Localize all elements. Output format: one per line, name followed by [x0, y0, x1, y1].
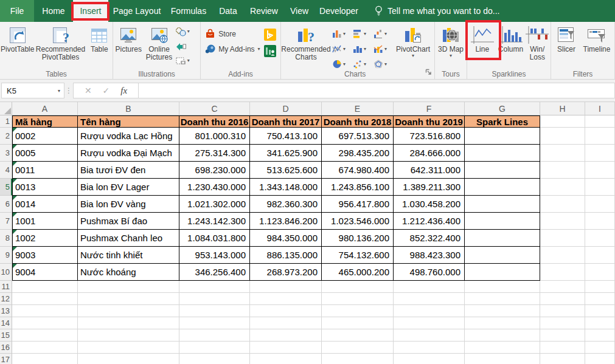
cell-H3[interactable] [540, 145, 585, 162]
cell-C14[interactable] [179, 317, 250, 329]
cell-A6[interactable]: 0014 [12, 196, 78, 213]
cell-A11[interactable] [12, 281, 78, 293]
cell-H14[interactable] [540, 317, 585, 329]
column-header-I[interactable]: I [585, 102, 615, 115]
timeline-button[interactable]: Timeline [581, 24, 613, 53]
cell-F10[interactable]: 498.760.000 [394, 264, 465, 281]
cell-C6[interactable]: 1.021.302.000 [179, 196, 250, 213]
cell-E12[interactable] [322, 293, 394, 305]
screenshot-button[interactable]: ▾ [176, 54, 199, 67]
cell-A2[interactable]: 0002 [12, 128, 78, 145]
cell-H4[interactable] [540, 162, 585, 179]
cell-E5[interactable]: 1.243.856.100 [322, 179, 394, 196]
cell-A7[interactable]: 1001 [12, 213, 78, 230]
cell-B5[interactable]: Bia lon ĐV Lager [78, 179, 179, 196]
shapes-button[interactable]: ▾ [176, 25, 199, 38]
insert-line-chart-button[interactable]: ▾ [330, 41, 351, 57]
cell-C3[interactable]: 275.314.300 [179, 145, 250, 162]
cell-G15[interactable] [465, 329, 540, 342]
cell-G12[interactable] [465, 293, 540, 305]
cell-E1[interactable]: Doanh thu 2018 [322, 115, 394, 128]
cell-H16[interactable] [540, 342, 585, 354]
cell-B17[interactable] [78, 354, 179, 364]
row-header-17[interactable]: 17 [0, 354, 12, 364]
cell-C16[interactable] [179, 342, 250, 354]
cell-A3[interactable]: 0005 [12, 145, 78, 162]
insert-bar-chart-button[interactable]: ▾ [351, 26, 372, 41]
cell-H2[interactable] [540, 128, 585, 145]
cell-A10[interactable]: 9004 [12, 264, 78, 281]
formula-bar-splitter[interactable]: ⋮ [64, 86, 73, 95]
cell-B13[interactable] [78, 305, 179, 317]
cell-E11[interactable] [322, 281, 394, 293]
cell-H12[interactable] [540, 293, 585, 305]
cell-I12[interactable] [585, 293, 615, 305]
cell-G2[interactable] [465, 128, 540, 145]
cell-F1[interactable]: Doanh thu 2019 [394, 115, 465, 128]
cell-E9[interactable]: 754.132.600 [322, 247, 394, 264]
cell-E2[interactable]: 697.513.300 [322, 128, 394, 145]
cell-I2[interactable] [585, 128, 615, 145]
recommended-charts-button[interactable]: ? Recommended Charts [282, 24, 330, 61]
cell-C11[interactable] [179, 281, 250, 293]
insert-combo-chart-button[interactable]: ▾ [372, 41, 392, 57]
cell-E8[interactable]: 980.136.200 [322, 230, 394, 247]
cell-A5[interactable]: 0013 [12, 179, 78, 196]
row-header-9[interactable]: 9 [0, 247, 12, 264]
cell-H11[interactable] [540, 281, 585, 293]
cell-C12[interactable] [179, 293, 250, 305]
cancel-icon[interactable]: ✕ [85, 86, 92, 95]
cell-F8[interactable]: 852.322.400 [394, 230, 465, 247]
cell-B12[interactable] [78, 293, 179, 305]
cell-G10[interactable] [465, 264, 540, 281]
row-header-5[interactable]: 5 [0, 179, 12, 196]
column-header-D[interactable]: D [250, 102, 322, 115]
cell-C13[interactable] [179, 305, 250, 317]
column-header-B[interactable]: B [78, 102, 179, 115]
tab-view[interactable]: View [283, 0, 315, 22]
cell-C9[interactable]: 953.143.000 [179, 247, 250, 264]
cell-I15[interactable] [585, 329, 615, 342]
cell-B11[interactable] [78, 281, 179, 293]
cell-D6[interactable]: 982.360.300 [250, 196, 322, 213]
cell-B16[interactable] [78, 342, 179, 354]
cell-D12[interactable] [250, 293, 322, 305]
cell-B6[interactable]: Bia lon ĐV vàng [78, 196, 179, 213]
cell-G17[interactable] [465, 354, 540, 364]
cell-D11[interactable] [250, 281, 322, 293]
cell-A1[interactable]: Mã hàng [12, 115, 78, 128]
cell-F13[interactable] [394, 305, 465, 317]
cell-G9[interactable] [465, 247, 540, 264]
column-header-H[interactable]: H [540, 102, 585, 115]
cell-C15[interactable] [179, 329, 250, 342]
cell-H15[interactable] [540, 329, 585, 342]
cell-B14[interactable] [78, 317, 179, 329]
cell-G14[interactable] [465, 317, 540, 329]
cell-D16[interactable] [250, 342, 322, 354]
cell-I5[interactable] [585, 179, 615, 196]
tab-review[interactable]: Review [245, 0, 283, 22]
cell-C1[interactable]: Doanh thu 2016 [179, 115, 250, 128]
cell-B7[interactable]: Pushmax Bí đao [78, 213, 179, 230]
cell-G7[interactable] [465, 213, 540, 230]
cell-D4[interactable]: 513.625.600 [250, 162, 322, 179]
column-header-G[interactable]: G [465, 102, 540, 115]
cell-D1[interactable]: Doanh thu 2017 [250, 115, 322, 128]
cell-G6[interactable] [465, 196, 540, 213]
cell-A15[interactable] [12, 329, 78, 342]
cell-D9[interactable]: 886.135.000 [250, 247, 322, 264]
cell-C2[interactable]: 801.000.310 [179, 128, 250, 145]
cell-I6[interactable] [585, 196, 615, 213]
cell-B3[interactable]: Rượu vodka Đại Mạch [78, 145, 179, 162]
cell-I4[interactable] [585, 162, 615, 179]
cell-D14[interactable] [250, 317, 322, 329]
sparkline-column-button[interactable]: Column [497, 24, 525, 53]
cell-H9[interactable] [540, 247, 585, 264]
cell-D5[interactable]: 1.343.148.000 [250, 179, 322, 196]
cell-I14[interactable] [585, 317, 615, 329]
cell-E15[interactable] [322, 329, 394, 342]
tab-insert[interactable]: Insert [73, 0, 108, 22]
cell-G5[interactable] [465, 179, 540, 196]
cell-G8[interactable] [465, 230, 540, 247]
row-header-13[interactable]: 13 [0, 305, 12, 317]
